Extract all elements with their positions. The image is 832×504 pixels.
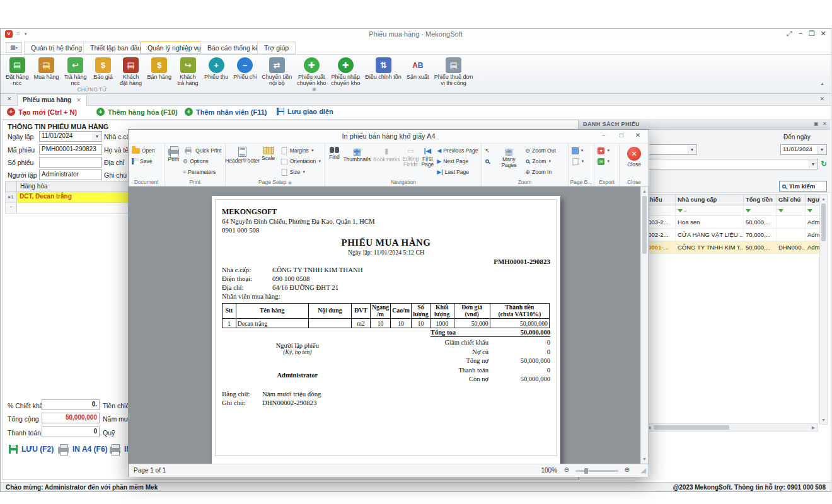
restore-icon[interactable]: ❐ — [807, 30, 817, 38]
last-page-button[interactable]: ▶|Last Page — [436, 167, 479, 177]
ribbon-item-ban-hang[interactable]: $Bán hàng — [145, 56, 175, 80]
ribbon-item-chuyen-tien-noi-bo[interactable]: ⇄Chuyển tiền nội bộ — [259, 56, 294, 86]
zoom-out-button[interactable]: ⊖Zoom Out — [524, 146, 557, 156]
ribbon-item-phieu-nhap-chuyen-kho[interactable]: ✚Phiếu nhập chuyển kho — [328, 56, 362, 86]
menu-tab-thiet-lap[interactable]: Thiết lập ban đầu — [83, 42, 148, 54]
tab-phieu-mua-hang[interactable]: Phiếu mua hàng✕ — [17, 94, 87, 106]
open-button[interactable]: Open — [130, 146, 156, 156]
zoom-in-button[interactable]: ⊕Zoom In — [524, 167, 557, 177]
previous-page-button[interactable]: ◀Previous Page — [436, 146, 479, 156]
options-button[interactable]: ⚙Options — [182, 156, 223, 166]
menu-tab-tro-giup[interactable]: Trợ giúp — [257, 42, 296, 54]
app-menu-button[interactable]: ▦▾ — [6, 42, 22, 53]
menu-tab-nghiep-vu[interactable]: Quản lý nghiệp vụ — [141, 42, 208, 54]
close-icon[interactable]: ✕ — [818, 30, 828, 38]
scroll-up-icon[interactable]: ▲ — [820, 195, 827, 202]
refresh-icon[interactable]: ↻ — [821, 159, 827, 168]
many-pages-button[interactable]: ▦Many Pages — [495, 146, 523, 178]
orientation-button[interactable]: Orientation▼ — [279, 156, 323, 166]
scrollbar-thumb[interactable] — [654, 425, 729, 430]
ribbon-item-phieu-chi[interactable]: −Phiếu chi — [231, 56, 259, 80]
voucher-row[interactable]: 0002-2... CỬA HÀNG VẬT LIỆU ... 70,000,.… — [643, 229, 827, 241]
column-header-ghi-chu[interactable]: Ghi chú — [777, 195, 806, 205]
ribbon-collapse-icon[interactable]: ▲ — [820, 81, 824, 86]
export-pdf-button[interactable]: ▼▼ — [596, 146, 611, 156]
filter-cell[interactable] — [744, 205, 777, 215]
ribbon-item-mua-hang[interactable]: ▤Mua hàng — [32, 56, 62, 80]
scroll-down-icon[interactable]: ▼ — [641, 455, 648, 462]
item-cell[interactable]: DCT, Decan trắng — [17, 192, 129, 202]
ribbon-item-dieu-chinh-ton[interactable]: ⇅Điều chỉnh tồn — [362, 56, 404, 80]
find-button[interactable]: Find — [327, 146, 341, 178]
dialog-close-icon[interactable]: ✕ — [631, 132, 645, 139]
chevron-down-icon[interactable]: ▼ — [818, 146, 826, 154]
ma-phieu-field[interactable]: PMH00001-290823 — [39, 144, 102, 155]
panel-close-icon[interactable]: ✕ — [823, 121, 827, 127]
pin-icon[interactable]: ▣ — [814, 121, 819, 127]
ribbon-item-phieu-thue-don-vi[interactable]: ▤Phiếu thuê đơn vị thi công — [432, 56, 475, 86]
ribbon-item-khach-dat-hang[interactable]: ▤Khách đặt hàng — [117, 56, 145, 86]
zoom-slider[interactable] — [575, 470, 618, 472]
new-button[interactable]: +Tạo mới (Ctrl + N) — [7, 108, 77, 116]
print-button[interactable]: Print — [167, 146, 180, 178]
group-launcher-icon[interactable]: ◉ — [288, 180, 292, 185]
first-page-button[interactable]: |◀First Page — [420, 146, 434, 178]
close-all-tabs-icon[interactable]: ✕ — [7, 96, 12, 102]
den-ngay-field[interactable]: 11/01/2024▼ — [780, 144, 827, 155]
ribbon-item-bao-gia[interactable]: $Báo giá — [90, 56, 117, 80]
scroll-right-icon[interactable]: ▶ — [810, 424, 817, 431]
horizontal-scrollbar[interactable]: ◀ ▶ — [644, 423, 818, 432]
fullscreen-icon[interactable]: ⤢ — [784, 30, 794, 38]
page-color-button[interactable]: ▼ — [570, 146, 586, 156]
ribbon-item-phieu-thu[interactable]: +Phiếu thu — [202, 56, 231, 80]
filter-cell[interactable]: = — [676, 205, 744, 215]
tong-cong-field[interactable]: 50,000,000 — [42, 413, 100, 423]
quick-print-button[interactable]: Quick Print — [182, 146, 223, 156]
column-header-hang-hoa[interactable]: Hàng hóa — [17, 182, 129, 192]
ribbon-item-san-xuat[interactable]: ABSản xuất — [404, 56, 432, 80]
column-header-tong-tien[interactable]: Tổng tiền — [744, 195, 777, 205]
scroll-down-icon[interactable]: ▼ — [820, 416, 827, 423]
chevron-down-icon[interactable]: ▼ — [688, 146, 696, 154]
margins-button[interactable]: Margins▼ — [279, 146, 323, 156]
so-phieu-field[interactable] — [39, 157, 102, 168]
voucher-row-selected[interactable]: 00001-... CÔNG TY TNHH KIM T... 50,000,.… — [643, 241, 827, 254]
dialog-titlebar[interactable]: In phiếu bán hàng khổ giấy A4 − □ ✕ — [129, 130, 649, 144]
filter-cell[interactable] — [777, 205, 806, 215]
chiet-khau-field[interactable]: 0. — [42, 399, 100, 410]
save-button[interactable]: Save — [130, 156, 156, 166]
ribbon-item-khach-tra-hang[interactable]: ↪Khách trả hàng — [174, 56, 202, 86]
hand-zoom-tool-button[interactable] — [483, 156, 494, 166]
close-preview-button[interactable]: ✕Close — [621, 146, 647, 178]
nguoi-lap-field[interactable]: Administrator — [39, 169, 102, 180]
scale-button[interactable]: Scale — [259, 146, 278, 178]
watermark-button[interactable]: ▼ — [570, 156, 586, 166]
next-page-button[interactable]: ▶Next Page — [436, 156, 479, 166]
scrollbar-thumb[interactable] — [642, 196, 647, 254]
voucher-row[interactable]: 0003-2... Hoa sen 50,000,... Admin — [643, 216, 827, 229]
vertical-scrollbar[interactable]: ▲ ▼ — [819, 194, 828, 425]
ribbon-group-launcher-icon[interactable]: ◉ — [312, 86, 316, 92]
pointer-tool-button[interactable]: ↖ — [483, 146, 494, 156]
thumbnails-button[interactable]: ▦Thumbnails — [342, 146, 371, 178]
menu-tab-quan-tri[interactable]: Quản trị hệ thống — [24, 42, 89, 54]
zoom-in-icon[interactable]: ⊕ — [625, 466, 630, 473]
print-a4-button[interactable]: IN A4 (F6) — [58, 445, 108, 454]
ribbon-item-tra-hang-ncc[interactable]: ↩Trả hàng ncc — [62, 56, 90, 86]
dialog-minimize-icon[interactable]: − — [597, 132, 611, 139]
add-employee-button[interactable]: +Thêm nhân viên (F11) — [185, 108, 267, 116]
search-input[interactable]: Tìm kiếm — [779, 181, 827, 192]
tab-close-icon[interactable]: ✕ — [76, 97, 81, 103]
ribbon-item-dat-hang-ncc[interactable]: ▤Đặt hàng ncc — [3, 56, 32, 86]
dialog-maximize-icon[interactable]: □ — [615, 132, 628, 139]
preview-vertical-scrollbar[interactable]: ▲ ▼ — [640, 186, 649, 464]
ribbon-item-phieu-xuat-chuyen-kho[interactable]: ✚Phiếu xuất chuyển kho — [294, 56, 328, 86]
ngay-lap-field[interactable]: 11/01/2024▼ — [39, 131, 102, 142]
save-button[interactable]: LƯU (F2) — [9, 445, 54, 454]
scroll-up-icon[interactable]: ▲ — [641, 188, 648, 195]
scrollbar-thumb[interactable] — [821, 203, 826, 241]
menu-tab-bao-cao[interactable]: Báo cáo thống kê — [200, 42, 266, 54]
minimize-icon[interactable]: − — [795, 30, 806, 37]
chevron-down-icon[interactable]: ▼ — [809, 160, 817, 168]
add-item-button[interactable]: +Thêm hàng hóa (F10) — [96, 108, 178, 116]
